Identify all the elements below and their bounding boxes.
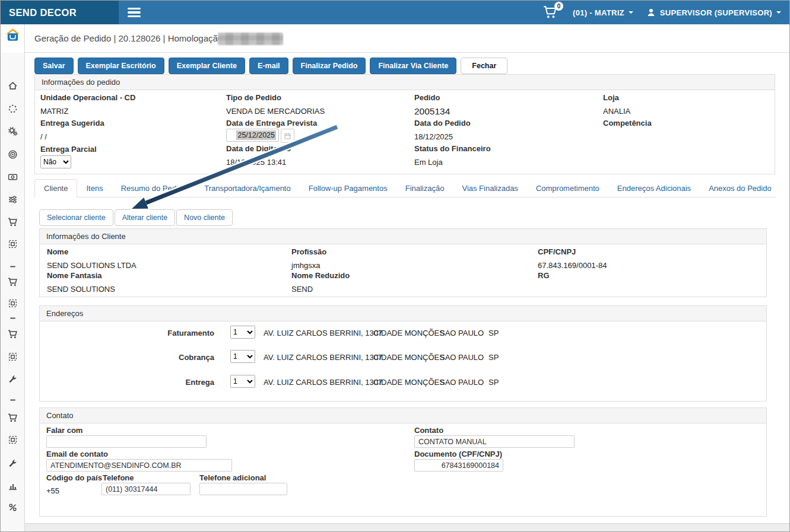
box-select-icon[interactable] <box>8 352 18 362</box>
box-select-icon[interactable] <box>8 435 18 445</box>
address-select[interactable]: 1 <box>230 350 255 363</box>
falar-com-input[interactable] <box>46 435 207 448</box>
finish-via-client-button[interactable]: Finalizar Via Cliente <box>370 58 456 74</box>
client-copy-button[interactable]: Exemplar Cliente <box>169 58 245 74</box>
codigo-pais-label: Código do país <box>46 473 102 482</box>
entrega-parcial-label: Entrega Parcial <box>40 145 97 154</box>
left-sidebar <box>1 24 25 532</box>
cart-icon[interactable] <box>8 217 18 227</box>
save-button[interactable]: Salvar <box>34 58 74 74</box>
redacted-text-block <box>218 33 283 45</box>
office-copy-button[interactable]: Exemplar Escritório <box>78 58 164 74</box>
data-pedido-value: 18/12/2025 <box>414 132 471 141</box>
sliders-icon[interactable] <box>8 195 18 205</box>
entrega-sugerida-label: Entrega Sugerida <box>40 119 104 128</box>
window-footer <box>25 523 790 532</box>
unidade-value: MATRIZ <box>40 107 135 116</box>
home-icon[interactable] <box>8 81 18 91</box>
client-info-panel: Informações do Cliente <box>39 228 767 297</box>
address-city: SAO PAULO <box>440 329 484 337</box>
percent-icon[interactable] <box>8 502 18 512</box>
documento-input[interactable] <box>414 459 503 472</box>
nome-fantasia-value: SEND SOLUTIONS <box>47 285 115 294</box>
box-select-icon[interactable] <box>8 298 18 308</box>
wrench-icon[interactable] <box>8 374 18 384</box>
telefone-adicional-input[interactable] <box>199 483 287 495</box>
tab-enderecos-adicionais[interactable]: Endereços Adicionais <box>608 180 700 197</box>
data-entrega-input[interactable]: 25/12/2025 <box>226 129 279 142</box>
user-icon <box>646 8 656 17</box>
box-select-icon[interactable] <box>8 239 18 249</box>
brand-title[interactable]: SEND DECOR <box>1 1 119 24</box>
address-city: SAO PAULO <box>440 378 484 387</box>
menu-toggle-icon[interactable] <box>120 1 148 24</box>
cart-icon[interactable] <box>8 277 18 287</box>
chevron-down-icon <box>776 11 781 14</box>
money-icon[interactable] <box>8 172 18 182</box>
address-street: AV. LUIZ CARLOS BERRINI, 1307 <box>264 378 382 387</box>
loader-circle-icon[interactable] <box>8 104 18 114</box>
documento-label: Documento (CPF/CNPJ) <box>414 450 502 458</box>
email-contato-input[interactable] <box>46 459 232 472</box>
change-client-button[interactable]: Alterar cliente <box>115 209 175 226</box>
address-district: CIDADE MONÇÕES <box>373 329 445 337</box>
address-district: CIDADE MONÇÕES <box>373 353 445 362</box>
order-info-title: Informações do pedido <box>35 75 775 90</box>
data-pedido-label: Data do Pedido <box>414 119 471 128</box>
dash-icon[interactable] <box>8 262 18 272</box>
top-right-cluster: 0 (01) - MATRIZ SUPERVISOR (SUPERVISOR) <box>542 1 781 24</box>
nome-value: SEND SOLUTIONS LTDA <box>47 261 137 270</box>
profissao-value: jmhgsxa <box>291 261 326 270</box>
cart-icon[interactable] <box>8 329 18 339</box>
falar-com-label: Falar com <box>46 426 83 435</box>
address-select[interactable]: 1 <box>230 375 255 388</box>
tab-follow-up-pagamentos[interactable]: Follow-up Pagamentos <box>300 180 396 197</box>
unidade-label: Unidade Operacional - CD <box>40 93 135 102</box>
tab-cliente[interactable]: Cliente <box>34 179 77 197</box>
dash-icon[interactable] <box>8 395 18 405</box>
app-window: SEND DECOR 0 (01) - MATRIZ SUPERVISOR (S… <box>0 0 790 532</box>
tab-itens[interactable]: Itens <box>77 180 112 197</box>
telefone-adicional-label: Telefone adicional <box>199 473 266 482</box>
app-logo[interactable] <box>1 24 24 53</box>
tab-resumo-do-pedido[interactable]: Resumo do Pedido <box>112 180 196 197</box>
contato-input[interactable] <box>414 435 575 448</box>
user-menu[interactable]: SUPERVISOR (SUPERVISOR) <box>646 8 781 17</box>
email-button[interactable]: E-mail <box>249 58 288 74</box>
breadcrumb: Geração de Pedido | 20.128026 | Homologa… <box>34 33 227 43</box>
cart-icon[interactable]: 0 <box>542 4 560 21</box>
codigo-pais-value: +55 <box>46 486 59 495</box>
data-entrega-value: 25/12/2025 <box>236 130 276 140</box>
calendar-icon[interactable] <box>281 129 294 143</box>
address-select[interactable]: 1 <box>230 326 255 339</box>
nome-reduzido-label: Nome Reduzido <box>291 271 350 280</box>
store-selector[interactable]: (01) - MATRIZ <box>573 8 633 17</box>
dash-icon[interactable] <box>8 313 18 323</box>
wrench-icon[interactable] <box>8 458 18 469</box>
address-row-label: Cobrança <box>119 353 214 362</box>
cpf-cnpj-label: CPF/CNPJ <box>538 247 607 256</box>
gears-icon[interactable] <box>8 126 18 136</box>
store-selector-label: (01) - MATRIZ <box>573 8 624 17</box>
order-toolbar: Salvar Exemplar Escritório Exemplar Clie… <box>34 58 507 74</box>
finish-order-button[interactable]: Finalizar Pedido <box>293 58 366 74</box>
cart-icon[interactable] <box>8 413 18 423</box>
entrega-parcial-select[interactable]: Não <box>40 155 71 168</box>
tab-vias-finalizadas[interactable]: Vias Finalizadas <box>453 180 526 197</box>
select-client-button[interactable]: Selecionar cliente <box>39 209 113 226</box>
tab-transportadora-icamento[interactable]: Transportadora/Içamento <box>195 180 299 197</box>
tab-anexos-do-pedido[interactable]: Anexos do Pedido <box>700 180 781 197</box>
chevron-down-icon <box>629 11 633 14</box>
tab-finalizacao[interactable]: Finalização <box>396 180 453 197</box>
contact-title: Contato <box>40 408 766 423</box>
loja-value: ANALIA <box>603 107 630 116</box>
new-client-button[interactable]: Novo cliente <box>176 209 233 226</box>
status-financeiro-value: Em Loja <box>414 158 491 167</box>
bar-chart-icon[interactable] <box>8 481 18 491</box>
order-info-panel: Informações do pedido <box>34 74 775 174</box>
tab-comprometimento[interactable]: Comprometimento <box>527 180 608 197</box>
close-button[interactable]: Fechar <box>461 58 507 74</box>
target-icon[interactable] <box>8 149 18 160</box>
entrega-sugerida-value: / / <box>40 132 104 141</box>
telefone-input[interactable] <box>101 483 191 495</box>
